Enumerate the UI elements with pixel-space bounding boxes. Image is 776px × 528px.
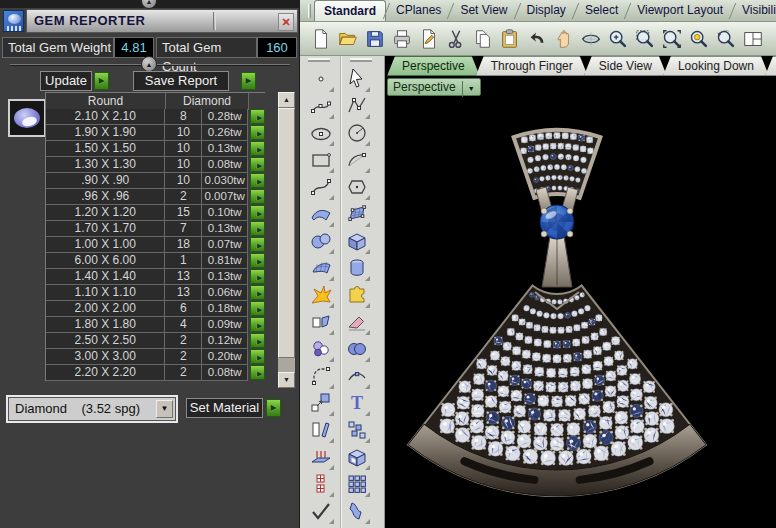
split-icon[interactable] — [308, 309, 334, 335]
circle-icon[interactable] — [344, 120, 370, 146]
toolbar-grip[interactable] — [350, 58, 372, 62]
gem-size-cell[interactable]: 1.70 X 1.70 — [46, 221, 165, 237]
pointer-icon[interactable] — [344, 66, 370, 92]
set-material-go-icon[interactable]: ▶ — [266, 399, 281, 417]
toolbar-tab-standard[interactable]: Standard — [314, 0, 386, 22]
gem-size-cell[interactable]: 1.50 X 1.50 — [46, 141, 165, 157]
viewport-layout-icon[interactable] — [740, 26, 766, 52]
save-file-icon[interactable] — [362, 26, 388, 52]
solid-box-icon[interactable] — [344, 444, 370, 470]
gem-size-cell[interactable]: 2.20 X 2.20 — [46, 365, 165, 381]
row-go-icon[interactable]: ▶ — [250, 205, 265, 220]
viewport-tab-side-view[interactable]: Side View — [584, 56, 667, 76]
row-go-icon[interactable]: ▶ — [250, 317, 265, 332]
toolbar-tab-display[interactable]: Display — [518, 0, 575, 22]
polygon-icon[interactable] — [344, 174, 370, 200]
zoom-dynamic-icon[interactable] — [605, 26, 631, 52]
array-icon[interactable] — [344, 471, 370, 497]
row-go-icon[interactable]: ▶ — [250, 269, 265, 284]
viewport-title-dropdown[interactable]: Perspective▼ — [387, 78, 481, 96]
toolbar-tab-select[interactable]: Select — [576, 0, 627, 22]
row-go-icon[interactable]: ▶ — [250, 221, 265, 236]
point-icon[interactable] — [308, 66, 334, 92]
cut-icon[interactable] — [443, 26, 469, 52]
row-go-icon[interactable]: ▶ — [250, 301, 265, 316]
toolbar-grip[interactable] — [308, 58, 330, 62]
trim-icon[interactable] — [344, 309, 370, 335]
update-go-icon[interactable]: ▶ — [94, 72, 109, 90]
gem-size-cell[interactable]: .96 X .96 — [46, 189, 165, 205]
gem-size-cell[interactable]: 2.00 X 2.00 — [46, 301, 165, 317]
toolbar-tab-viewport-layout[interactable]: Viewport Layout — [628, 0, 732, 22]
paste-icon[interactable] — [497, 26, 523, 52]
gem-size-cell[interactable]: 1.00 X 1.00 — [46, 237, 165, 253]
ellipse-icon[interactable] — [308, 120, 334, 146]
toolbar-tab-set-view[interactable]: Set View — [451, 0, 516, 22]
material-dropdown[interactable]: Diamond (3.52 spg) ▼ — [8, 397, 176, 421]
row-go-icon[interactable]: ▶ — [250, 125, 265, 140]
surface-patch-icon[interactable] — [308, 201, 334, 227]
gem-size-cell[interactable]: 1.80 X 1.80 — [46, 317, 165, 333]
check-icon[interactable] — [308, 498, 334, 524]
align-icon[interactable] — [308, 471, 334, 497]
copy-objects-icon[interactable] — [344, 417, 370, 443]
add-viewport-tab[interactable]: + — [765, 56, 776, 76]
export-page-icon[interactable] — [416, 26, 442, 52]
scroll-down-icon[interactable]: ▼ — [278, 372, 295, 388]
gem-size-cell[interactable]: 1.20 X 1.20 — [46, 205, 165, 221]
gem-size-cell[interactable]: 2.50 X 2.50 — [46, 333, 165, 349]
undo-icon[interactable] — [524, 26, 550, 52]
gem-size-cell[interactable]: 3.00 X 3.00 — [46, 349, 165, 365]
viewport-canvas[interactable]: Perspective▼ — [385, 76, 776, 528]
plugin-icon[interactable] — [344, 282, 370, 308]
scale-icon[interactable] — [308, 390, 334, 416]
viewport-tab-perspective[interactable]: Perspective — [387, 56, 480, 76]
row-go-icon[interactable]: ▶ — [250, 173, 265, 188]
chevron-down-icon[interactable]: ▼ — [156, 400, 173, 418]
explode-icon[interactable] — [308, 282, 334, 308]
cp-surface-icon[interactable] — [344, 201, 370, 227]
viewport-tab-through-finger[interactable]: Through Finger — [476, 56, 588, 76]
collapse-mid-button[interactable]: ▲ — [141, 56, 157, 72]
gem-size-cell[interactable]: 1.90 X 1.90 — [46, 125, 165, 141]
zoom-extents-icon[interactable] — [659, 26, 685, 52]
row-go-icon[interactable]: ▶ — [250, 141, 265, 156]
gem-size-cell[interactable]: 1.40 X 1.40 — [46, 269, 165, 285]
zoom-selected-icon[interactable] — [686, 26, 712, 52]
new-file-icon[interactable] — [308, 26, 334, 52]
polyline-icon[interactable] — [344, 93, 370, 119]
set-material-button[interactable]: Set Material — [186, 398, 263, 418]
pan-view-icon[interactable] — [551, 26, 577, 52]
rectangle-icon[interactable] — [308, 147, 334, 173]
gem-size-cell[interactable]: .90 X .90 — [46, 173, 165, 189]
gem-size-cell[interactable]: 6.00 X 6.00 — [46, 253, 165, 269]
zoom-window-icon[interactable] — [632, 26, 658, 52]
box-icon[interactable] — [344, 228, 370, 254]
save-report-button[interactable]: Save Report — [133, 71, 229, 91]
row-go-icon[interactable]: ▶ — [250, 157, 265, 172]
spheres-icon[interactable] — [308, 228, 334, 254]
scrollbar-thumb[interactable] — [278, 108, 295, 358]
boolean-union-icon[interactable] — [344, 336, 370, 362]
row-go-icon[interactable]: ▶ — [250, 109, 265, 124]
row-go-icon[interactable]: ▶ — [250, 189, 265, 204]
control-curve-icon[interactable] — [308, 93, 334, 119]
text-icon[interactable] — [344, 390, 370, 416]
scroll-up-icon[interactable]: ▲ — [278, 92, 295, 108]
gem-size-cell[interactable]: 1.30 X 1.30 — [46, 157, 165, 173]
toolbar-tab-visibility[interactable]: Visibility — [733, 0, 776, 22]
group-icon[interactable] — [308, 336, 334, 362]
toolbar-tab-cplanes[interactable]: CPlanes — [387, 0, 450, 22]
row-go-icon[interactable]: ▶ — [250, 285, 265, 300]
toolbar-grip[interactable] — [308, 4, 311, 18]
deform-icon[interactable] — [344, 498, 370, 524]
rotate-view-icon[interactable] — [578, 26, 604, 52]
arc-icon[interactable] — [344, 147, 370, 173]
gem-size-cell[interactable]: 2.10 X 2.10 — [46, 109, 165, 125]
save-report-go-icon[interactable]: ▶ — [241, 72, 256, 90]
print-icon[interactable] — [389, 26, 415, 52]
viewport-tab-looking-down[interactable]: Looking Down — [663, 56, 769, 76]
row-go-icon[interactable]: ▶ — [250, 349, 265, 364]
close-icon[interactable]: ✕ — [278, 13, 294, 31]
open-file-icon[interactable] — [335, 26, 361, 52]
